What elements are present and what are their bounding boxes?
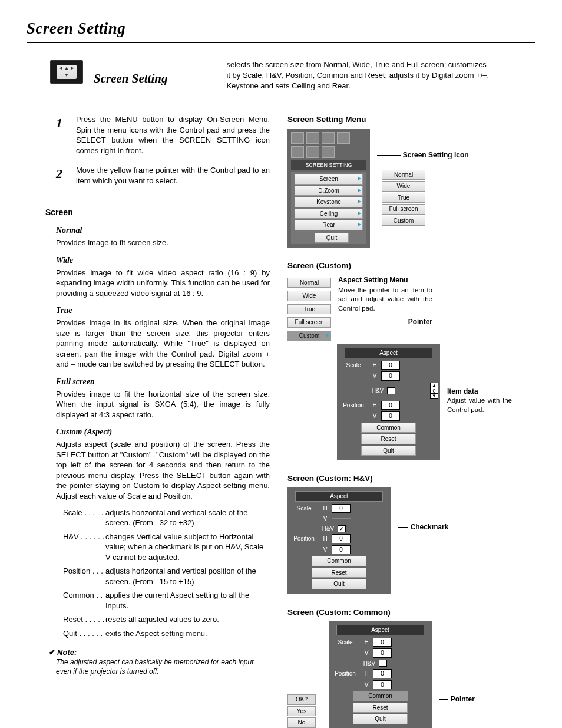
list-custom: Custom▶ [287, 331, 331, 341]
param-label: Common [63, 591, 94, 599]
note-header: Note: [49, 647, 270, 658]
param-label: Quit [63, 629, 77, 638]
page-title: Screen Setting [27, 18, 535, 39]
osd-item-keystone: Keystone▶ [295, 197, 363, 207]
aspect-header: Aspect [345, 348, 432, 358]
list-true: True [287, 304, 331, 315]
param-label: Scale [63, 508, 82, 517]
param-label: Reset [63, 615, 83, 624]
callout-pointer: Pointer [451, 695, 475, 703]
mode-custom-title: Custom (Aspect) [56, 427, 270, 438]
param-desc: adjusts horizontal and vertical scale of… [105, 508, 270, 528]
row-scale: Scale [339, 361, 368, 370]
param-desc: applies the current Aspect setting to al… [105, 590, 270, 611]
pos-h-value: 0 [381, 401, 400, 410]
btn-quit: Quit [361, 446, 416, 456]
btn-common: Common [361, 423, 416, 433]
mode-wide-title: Wide [56, 255, 270, 266]
param-label: Position [63, 566, 90, 575]
step-2: 2 Move the yellow frame pointer with the… [56, 165, 270, 186]
param-desc: resets all adjusted values to zero. [105, 614, 270, 625]
menu-icon [306, 132, 319, 144]
menu-icon [291, 132, 304, 144]
scale-v-value: 0 [381, 371, 400, 381]
note-text: The adjusted aspect can basically be mem… [56, 657, 270, 676]
confirm-box: OK? Yes No [287, 693, 316, 728]
mode-full-title: Full screen [56, 377, 270, 388]
param-row: H&V . . . . . . changes Vertical value s… [63, 532, 270, 563]
pos-v-value: 0 [373, 680, 392, 690]
osd-item-ceiling: Ceiling▶ [295, 209, 363, 219]
pos-v-value: 0 [381, 411, 400, 421]
confirm-header: OK? [287, 694, 316, 705]
mode-true-title: True [56, 305, 270, 317]
hv-checkbox [379, 660, 387, 667]
list-fullscreen: Full screen [287, 317, 331, 328]
btn-common: Common [312, 556, 366, 566]
fig3-title: Screen (Custom: H&V) [287, 473, 512, 484]
submenu-wide: Wide [382, 181, 425, 192]
mode-custom-text: Adjusts aspect (scale and position) of t… [56, 439, 270, 501]
osd-quit: Quit [315, 233, 349, 243]
fig1-title: Screen Setting Menu [287, 114, 512, 125]
scale-h-value: 0 [332, 504, 351, 513]
screen-section-title: Screen [45, 207, 270, 218]
param-row: Quit . . . . . . exits the Aspect settin… [63, 628, 270, 639]
step-text: Press the MENU button to display On-Scre… [76, 114, 270, 156]
row-position: Position [339, 401, 368, 410]
btn-quit: Quit [353, 714, 408, 724]
osd-main-menu: SCREEN SETTING Screen▶ D.Zoom▶ Keystone▶… [287, 129, 370, 248]
btn-reset: Reset [361, 434, 416, 444]
mode-full-text: Provides image to fit the horizontal siz… [56, 389, 270, 420]
pos-h-value: 0 [373, 669, 392, 678]
fig4-title: Screen (Custom: Common) [287, 607, 512, 618]
params-table: Scale . . . . . adjusts horizontal and v… [63, 508, 270, 639]
osd-item-rear: Rear▶ [295, 220, 363, 230]
menu-icon [322, 146, 335, 158]
param-desc: changes Vertical value subject to Horizo… [105, 532, 270, 563]
aspect-panel-hv: Aspect Scale H 0 V H [287, 487, 391, 594]
callout-pointer: Pointer [408, 318, 432, 326]
btn-reset: Reset [312, 568, 366, 578]
pos-v-value: 0 [332, 545, 351, 555]
callout-aspect-menu-text: Move the pointer to an item to set and a… [338, 286, 432, 314]
pos-h-value: 0 [332, 534, 351, 543]
screen-setting-icon: ◄ ▲ ► ▼ [50, 60, 83, 84]
aspect-header: Aspect [295, 491, 383, 502]
mode-wide-text: Provides image to fit wide video aspect … [56, 268, 270, 299]
osd-item-screen: Screen▶ [295, 174, 363, 185]
btn-reset: Reset [353, 703, 408, 713]
scale-h-value: 0 [381, 361, 400, 370]
param-desc: exits the Aspect setting menu. [105, 628, 270, 639]
step-number: 2 [56, 165, 68, 186]
confirm-no: No [287, 717, 316, 728]
mode-normal-title: Normal [56, 225, 270, 236]
param-row: Reset . . . . . resets all adjusted valu… [63, 614, 270, 625]
list-wide: Wide [287, 291, 331, 301]
scale-h-value: 0 [373, 638, 392, 647]
param-row: Position . . . adjusts horizontal and ve… [63, 566, 270, 587]
intro-heading: Screen Setting [94, 70, 167, 87]
submenu-custom: Custom [382, 216, 425, 226]
callout-aspect-menu-title: Aspect Setting Menu [338, 275, 432, 285]
aspect-panel: Aspect Scale H 0 V 0 [337, 344, 440, 460]
btn-quit: Quit [312, 579, 366, 589]
param-desc: adjusts horizontal and vertical position… [105, 566, 270, 587]
param-label: H&V [63, 532, 79, 541]
menu-icon [306, 146, 319, 158]
param-row: Common . . applies the current Aspect se… [63, 590, 270, 611]
intro-desc: selects the screen size from Normal, Wid… [226, 60, 491, 91]
osd-caption: SCREEN SETTING [291, 160, 366, 170]
aspect-header: Aspect [336, 625, 424, 635]
callout-checkmark: Checkmark [411, 523, 449, 531]
osd-item-dzoom: D.Zoom▶ [295, 186, 363, 196]
btn-common-selected: Common [353, 691, 408, 701]
menu-icon [291, 146, 304, 158]
submenu-normal: Normal [382, 170, 425, 180]
step-text: Move the yellow frame pointer with the C… [76, 165, 270, 186]
hv-checkbox-checked: ✔ [338, 525, 346, 532]
menu-icon [322, 132, 335, 144]
hv-checkbox [387, 387, 395, 394]
callout-item-data-title: Item data [447, 387, 512, 396]
menu-icon [337, 132, 350, 144]
